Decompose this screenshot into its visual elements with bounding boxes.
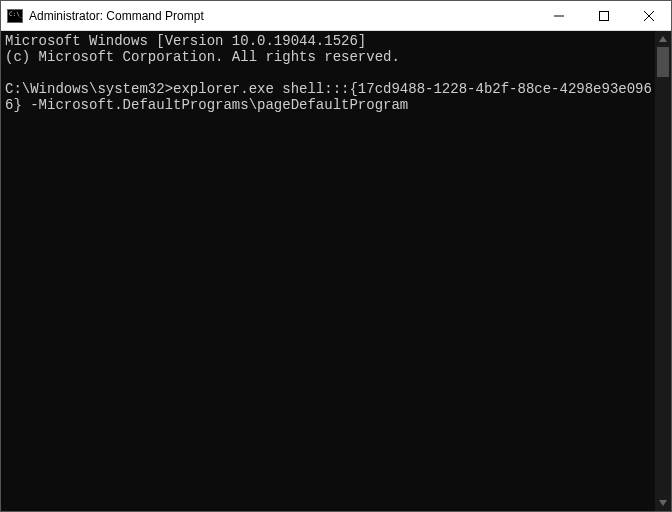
cmd-window: Administrator: Command Prompt Microsoft … <box>0 0 672 512</box>
cmd-icon <box>7 9 23 23</box>
scroll-thumb[interactable] <box>657 47 669 77</box>
terminal-line <box>5 65 655 81</box>
scrollbar[interactable] <box>655 31 671 511</box>
svg-marker-5 <box>659 500 667 506</box>
terminal-area: Microsoft Windows [Version 10.0.19044.15… <box>1 31 671 511</box>
titlebar: Administrator: Command Prompt <box>1 1 671 31</box>
svg-rect-1 <box>599 11 608 20</box>
svg-marker-4 <box>659 36 667 42</box>
terminal-line: Microsoft Windows [Version 10.0.19044.15… <box>5 33 655 49</box>
terminal-output[interactable]: Microsoft Windows [Version 10.0.19044.15… <box>1 31 655 511</box>
terminal-line: (c) Microsoft Corporation. All rights re… <box>5 49 655 65</box>
window-controls <box>536 1 671 30</box>
minimize-button[interactable] <box>536 1 581 30</box>
scroll-down-button[interactable] <box>655 495 671 511</box>
close-button[interactable] <box>626 1 671 30</box>
scroll-up-button[interactable] <box>655 31 671 47</box>
terminal-line: C:\Windows\system32>explorer.exe shell::… <box>5 81 655 113</box>
window-title: Administrator: Command Prompt <box>29 9 536 23</box>
maximize-button[interactable] <box>581 1 626 30</box>
